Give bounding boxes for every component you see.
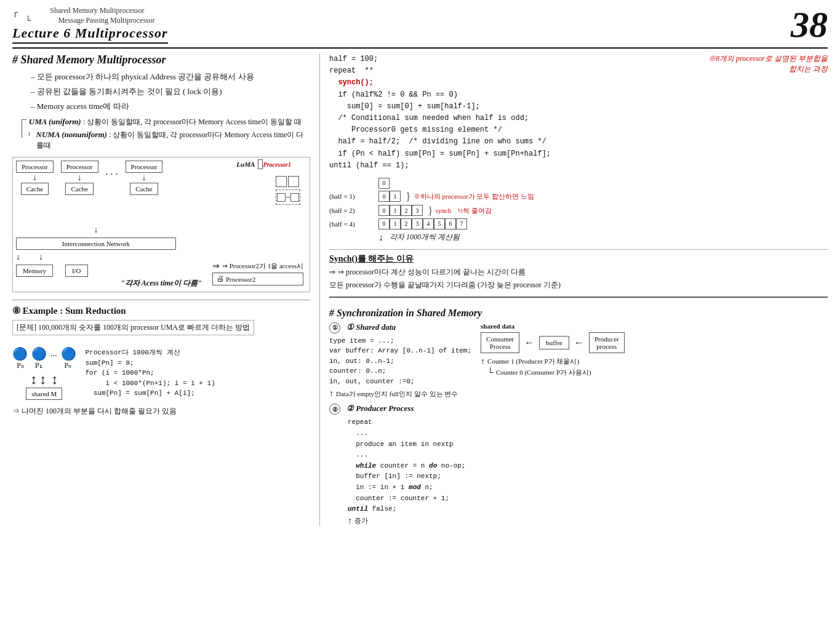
right-column: half = 100; repeat ** synch(); if (half%…: [320, 54, 828, 526]
tree-note: 각자 1000개씩 계산됨: [390, 232, 460, 242]
proc-cache-n: Processor ↓ Cache: [126, 161, 163, 195]
proc-icon-n: 🔵: [61, 346, 76, 361]
sync-shared-section: # Synchronization in Shared Memory ① ① S…: [329, 297, 828, 526]
synch-title: Synch()를 해주는 이유: [329, 253, 828, 265]
half4-label: (half = 4): [329, 220, 378, 228]
consumer-block: Consumer Process: [481, 332, 519, 353]
synch-section: Synch()를 해주는 이유 ⇒ ⇒ processor마다 계산 성능이 다…: [329, 249, 828, 290]
tree-bottom: ↓ 각자 1000개씩 계산됨: [378, 232, 828, 243]
brace-1: }: [406, 190, 411, 203]
shared-data-left: ① ① Shared data type item = ...; var buf…: [329, 322, 471, 399]
cell-2-2: 2: [401, 205, 412, 216]
proc-icon-1: 🔵: [31, 346, 47, 361]
shared-code: type item = ...; var buffer: Array [0..n…: [329, 336, 471, 387]
bullet-list: – 모든 processor가 하나의 physical Address 공간을…: [25, 71, 310, 112]
mem-io-row: Memory I/O: [16, 265, 176, 277]
half1-label: (half = 1): [329, 193, 378, 200]
proc-note-1: ※하나의 processor가 모두 합산하면 느낌: [414, 192, 534, 201]
cell-2-1: 1: [390, 205, 401, 216]
circle-2: ②: [329, 404, 340, 415]
cache-box-2: Cache: [65, 183, 93, 195]
proc-cache-2: Processor ↓ Cache: [61, 161, 98, 195]
shared-data-label: ① Shared data: [346, 322, 396, 332]
section1-title-text: # Shared Memory Multiprocessor: [12, 54, 166, 66]
bullet-2: – 공유된 값들을 동기화시켜주는 것이 필요 ( lock 이용): [31, 86, 310, 97]
interconnect: ↓ Interconnection Network ↓ ↓ Memory I/O: [16, 225, 176, 277]
circle-1: ①: [329, 322, 340, 333]
left-column: # Shared Memory Multiprocessor – 모든 proc…: [12, 54, 320, 526]
subtitle-line2: Message Passing Multiprocessor: [58, 16, 154, 25]
producer-code-block: repeat ... produce an item in nextp ... …: [348, 417, 828, 525]
buffer-block: buffer: [539, 336, 569, 349]
main-layout: # Shared Memory Multiprocessor – 모든 proc…: [12, 54, 828, 526]
processor1-label: Processor1: [263, 161, 291, 168]
tree-diagram: 0 (half = 1) 0 1 } ※하나의 processor가 모두 합산…: [329, 178, 828, 243]
memory-box: Memory: [16, 265, 53, 277]
cell-0-0: 0: [378, 178, 390, 189]
proc-icon-0: 🔵: [12, 346, 28, 361]
half2-label: (half = 2): [329, 207, 378, 214]
zeng-note: ↑ 증가: [348, 516, 828, 526]
sub-note: ⇒ 나머진 100개의 부분을 다시 합해줄 필요가 있음: [12, 406, 310, 417]
processors-group: 🔵 🔵 ... 🔵 P₀P₁ Pₙ ↕↕ ↕ shared M: [12, 346, 76, 400]
processor-box-n: Processor: [126, 161, 163, 173]
sum-diagram: 🔵 🔵 ... 🔵 P₀P₁ Pₙ ↕↕ ↕ shared M: [12, 346, 310, 400]
tree-row-1: (half = 1) 0 1 } ※하나의 processor가 모두 합산하면…: [329, 190, 828, 203]
page-number: 38: [791, 6, 828, 43]
sum-code: Processor다 1000개씩 계산 sum[Pn] = 0; for (i…: [86, 348, 215, 399]
shared-data-right-label: shared data: [481, 322, 625, 330]
shared-data-right: shared data Consumer Process ← buffer: [481, 322, 625, 399]
page-title: Lecture 6 Multiprocessor: [12, 25, 168, 44]
processor-box-2: Processor: [61, 161, 98, 173]
io-box: I/O: [65, 265, 88, 277]
dots: . . .: [106, 166, 118, 177]
cell-4-0: 0: [378, 218, 390, 229]
cell-4-7: 7: [456, 218, 467, 229]
processor-box-1: Processor: [16, 161, 54, 173]
cell-4-1: 1: [390, 218, 401, 229]
proc-dots: ...: [50, 349, 57, 359]
subtitle-line1: Shared Memory Multiprocessor: [50, 6, 155, 15]
uma-numa-section: UMA (uniform) : 상황이 동일할때, 각 processor마다 …: [22, 117, 310, 151]
synch-reason: ⇒ ⇒ processor마다 계산 성능이 다르기에 끝나는 시간이 다름: [329, 267, 828, 277]
cell-4-6: 6: [445, 218, 456, 229]
uma-line: UMA (uniform) : 상황이 동일할때, 각 processor마다 …: [29, 117, 310, 127]
cell-2-3: 3: [412, 205, 423, 216]
buffer-box: buffer: [539, 336, 569, 349]
cell-2-0: 0: [378, 205, 390, 216]
shared-data-layout: ① ① Shared data type item = ...; var buf…: [329, 322, 828, 399]
counter-notes: ↑ Counter 1 (Producer P가 채울시) ↑ └ Counte…: [481, 357, 625, 378]
interconnect-box: Interconnection Network: [16, 237, 176, 250]
consumer-box: Consumer Process: [481, 332, 519, 353]
processor2-note: ⇒ Processor2가 1을 access시: [222, 261, 303, 271]
cell-4-5: 5: [434, 218, 445, 229]
arch-diagram: Processor ↓ Cache Processor ↓ Cache . . …: [12, 157, 310, 292]
sync-title: # Synchronization in Shared Memory: [329, 308, 828, 319]
cell-4-4: 4: [423, 218, 434, 229]
cell-1-1: 1: [390, 191, 401, 202]
counter-arrow: ↑ Data가 empty인지 full인지 알수 있는 변수: [329, 389, 471, 399]
bullet-3: – Memory access time에 따라: [31, 101, 310, 112]
acess-note: "각자 Acess time이 다름": [121, 278, 202, 289]
synch-note-2: synch ½씩 줄여감: [436, 206, 492, 215]
tree-row-3: (half = 4) 0 1 2 3 4 5 6 7: [329, 218, 828, 229]
section1-title: # Shared Memory Multiprocessor: [12, 54, 310, 66]
processor2-area: ⇒ ⇒ Processor2가 1을 access시 🖨 Processor2: [212, 261, 303, 285]
producer-code: repeat ... produce an item in nextp ... …: [348, 417, 828, 514]
tree-row-0: 0: [378, 178, 828, 189]
cache-box-n: Cache: [130, 183, 158, 195]
shared-m-box: shared M: [26, 388, 62, 400]
code-top-section: half = 100; repeat ** synch(); if (half%…: [329, 54, 828, 172]
page: ┌ Shared Memory Multiprocessor └ Message…: [0, 0, 840, 630]
proc-cache-1: Processor ↓ Cache: [16, 161, 54, 195]
cache-box-1: Cache: [21, 183, 49, 195]
synch-wait-note: 모든 processor가 수행을 끝날때가지 기다려줌 (가장 늦은 proc…: [329, 280, 828, 290]
producer-box: Producer process: [589, 332, 625, 353]
producer-section: ② ② Producer Process repeat ... produce …: [329, 404, 828, 525]
problem-text: [문제] 100,000개의 숫자를 100개의 processor UMA로 …: [12, 320, 254, 335]
bullet-1: – 모든 processor가 하나의 physical Address 공간을…: [31, 71, 310, 82]
producer-label2: ② Producer Process: [346, 404, 414, 413]
producer-block: Producer process: [589, 332, 625, 353]
numa-line: NUMA (nonuniform) : 상황이 동일할때, 각 processo…: [36, 130, 310, 151]
code-text: half = 100; repeat ** synch(); if (half%…: [329, 54, 551, 172]
